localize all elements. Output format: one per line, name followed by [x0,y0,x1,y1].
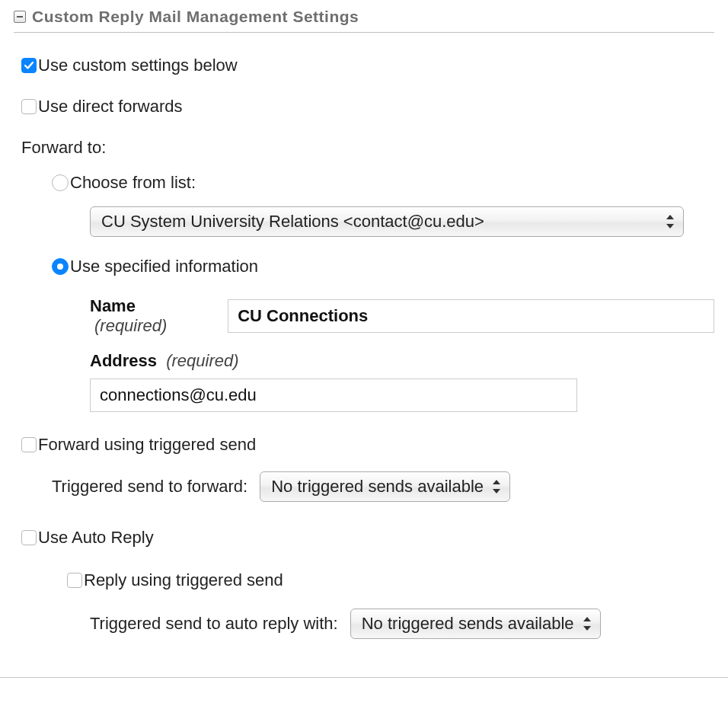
use-direct-forwards-label: Use direct forwards [38,97,183,117]
forward-triggered-select[interactable]: No triggered sends available [260,471,510,502]
reply-triggered-label: Reply using triggered send [84,570,283,590]
address-input[interactable] [90,379,577,412]
collapse-icon[interactable] [14,11,26,23]
reply-triggered-select[interactable]: No triggered sends available [350,609,601,639]
choose-from-list-label: Choose from list: [70,173,196,193]
forward-triggered-checkbox[interactable] [21,437,37,452]
reply-triggered-select-value: No triggered sends available [362,614,574,634]
footer-divider [0,677,728,678]
forward-triggered-sublabel: Triggered send to forward: [52,477,247,497]
sort-arrows-icon [582,617,592,631]
forward-triggered-label: Forward using triggered send [38,435,256,455]
choose-from-list-select[interactable]: CU System University Relations <contact@… [90,206,684,237]
name-input[interactable] [228,299,714,333]
choose-from-list-radio[interactable] [52,174,69,191]
name-label-text: Name [90,296,136,315]
reply-triggered-sublabel: Triggered send to auto reply with: [90,614,338,634]
sort-arrows-icon [665,215,675,228]
forward-to-label: Forward to: [21,138,714,158]
name-required-text: (required) [94,316,167,335]
sort-arrows-icon [491,480,502,494]
forward-triggered-select-value: No triggered sends available [271,477,484,497]
section-header: Custom Reply Mail Management Settings [14,0,714,33]
address-field-label: Address (required) [90,351,239,370]
use-custom-label: Use custom settings below [38,56,238,75]
section-title: Custom Reply Mail Management Settings [32,8,359,26]
use-specified-label: Use specified information [70,257,258,276]
auto-reply-checkbox[interactable] [21,530,37,545]
auto-reply-label: Use Auto Reply [38,528,154,548]
use-custom-checkbox[interactable] [21,58,37,73]
address-label-text: Address [90,351,157,370]
address-required-text: (required) [166,351,238,370]
use-direct-forwards-checkbox[interactable] [21,99,37,114]
choose-from-list-value: CU System University Relations <contact@… [101,212,484,232]
name-field-label: Name (required) [90,296,217,336]
reply-triggered-checkbox[interactable] [67,573,82,588]
use-specified-radio[interactable] [52,258,69,275]
